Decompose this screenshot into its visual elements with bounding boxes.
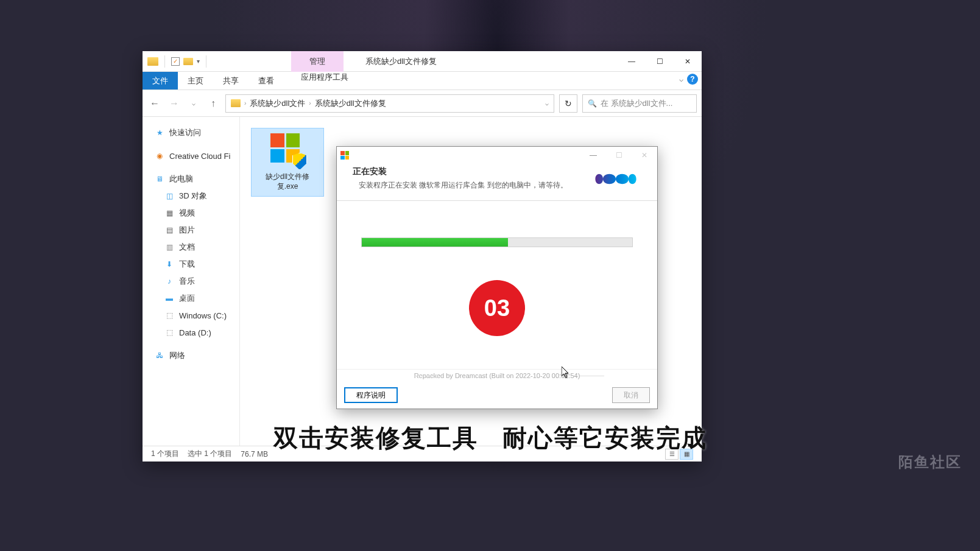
picture-icon: ▤	[164, 225, 174, 235]
network-icon: 🖧	[155, 351, 164, 360]
sidebar-item-network[interactable]: 🖧网络	[143, 347, 239, 364]
ribbon-tab-home[interactable]: 主页	[178, 72, 213, 89]
explorer-title-bar: ✓ ▾ 管理 系统缺少dll文件修复 — ☐ ✕	[143, 51, 702, 72]
sidebar-item-label: Data (D:)	[179, 328, 211, 337]
dialog-title-bar: — ☐ ✕	[337, 147, 657, 164]
close-button[interactable]: ✕	[674, 51, 702, 72]
sidebar-item-downloads[interactable]: ⬇下载	[143, 256, 239, 273]
drive-icon: ⬚	[164, 328, 174, 337]
installer-title: 正在安装	[353, 166, 578, 177]
status-selected-size: 76.7 MB	[241, 450, 268, 458]
ribbon-tab-share[interactable]: 共享	[213, 72, 249, 89]
file-item-selected[interactable]: 缺少dll文件修复.exe	[251, 128, 324, 197]
sidebar-item-creative-cloud[interactable]: ◉Creative Cloud Fi	[143, 147, 239, 164]
sidebar-item-drive-c[interactable]: ⬚Windows (C:)	[143, 307, 239, 324]
star-icon: ★	[155, 128, 164, 138]
file-name-label: 缺少dll文件修复.exe	[256, 172, 319, 191]
windows-logo-icon	[340, 151, 349, 160]
search-icon: 🔍	[588, 99, 597, 108]
step-number-badge: 03	[469, 280, 525, 336]
ribbon-tab-app-tools[interactable]: 应用程序工具	[291, 72, 358, 83]
uac-shield-icon	[292, 153, 307, 170]
sidebar-item-label: 网络	[169, 350, 185, 361]
dialog-header: 正在安装 安装程序正在安装 微软常用运行库合集 到您的电脑中，请等待。	[337, 164, 657, 201]
sidebar-item-label: 此电脑	[169, 174, 193, 184]
sidebar-item-pictures[interactable]: ▤图片	[143, 222, 239, 239]
breadcrumb-dropdown-icon[interactable]: ⌵	[545, 100, 549, 107]
sidebar-item-this-pc[interactable]: 🖥此电脑	[143, 170, 239, 188]
maximize-button: ☐	[606, 147, 632, 164]
search-placeholder: 在 系统缺少dll文件...	[601, 98, 672, 109]
sidebar-item-label: 视频	[179, 208, 195, 219]
chevron-right-icon[interactable]: ›	[244, 100, 246, 107]
sidebar-item-label: 桌面	[179, 293, 195, 304]
folder-icon	[147, 57, 158, 66]
separator	[206, 55, 206, 68]
sidebar-item-label: 3D 对象	[179, 191, 207, 202]
sidebar-item-videos[interactable]: ▦视频	[143, 205, 239, 222]
sidebar-item-3d-objects[interactable]: ◫3D 对象	[143, 188, 239, 205]
status-selected-count: 选中 1 个项目	[188, 449, 232, 459]
nav-up-button[interactable]: ↑	[206, 96, 220, 111]
subtitle-part-2: 耐心等它安装完成	[502, 424, 707, 451]
separator	[164, 55, 165, 68]
drive-icon: ⬚	[164, 311, 174, 320]
ribbon-tab-file[interactable]: 文件	[143, 72, 178, 89]
desktop-icon: ▬	[164, 293, 174, 303]
sidebar-item-label: 快速访问	[169, 127, 201, 138]
dialog-body: 03	[337, 201, 657, 369]
sidebar-item-label: Creative Cloud Fi	[169, 152, 230, 161]
video-subtitle: 双击安装修复工具耐心等它安装完成	[273, 421, 707, 455]
ribbon-tab-view[interactable]: 查看	[249, 72, 284, 89]
qat-properties-checkbox[interactable]: ✓	[171, 57, 180, 66]
program-info-button[interactable]: 程序说明	[344, 387, 398, 403]
exe-icon	[270, 133, 305, 167]
subtitle-part-1: 双击安装修复工具	[273, 424, 478, 451]
sidebar-item-music[interactable]: ♪音乐	[143, 273, 239, 290]
window-controls: — ☐ ✕	[618, 51, 702, 72]
installer-dialog: — ☐ ✕ 正在安装 安装程序正在安装 微软常用运行库合集 到您的电脑中，请等待…	[336, 146, 658, 409]
qat-customize-dropdown[interactable]: ▾	[197, 58, 200, 65]
folder-icon	[231, 99, 241, 107]
minimize-button[interactable]: —	[618, 51, 646, 72]
breadcrumb[interactable]: › 系统缺少dll文件 › 系统缺少dll文件修复 ⌵	[225, 94, 554, 113]
nav-back-button[interactable]: ←	[147, 96, 162, 111]
sidebar-item-quick-access[interactable]: ★快速访问	[143, 124, 239, 141]
sidebar-item-drive-d[interactable]: ⬚Data (D:)	[143, 324, 239, 341]
maximize-button[interactable]: ☐	[646, 51, 674, 72]
close-button: ✕	[632, 147, 657, 164]
sidebar-item-desktop[interactable]: ▬桌面	[143, 290, 239, 307]
nav-recent-dropdown[interactable]: ⌵	[186, 96, 201, 111]
refresh-button[interactable]: ↻	[559, 94, 577, 113]
search-input[interactable]: 🔍 在 系统缺少dll文件...	[582, 94, 697, 113]
nav-forward-button[interactable]: →	[167, 96, 182, 111]
cancel-button[interactable]: 取消	[612, 387, 650, 403]
help-icon[interactable]: ?	[687, 74, 698, 85]
breadcrumb-segment[interactable]: 系统缺少dll文件	[250, 98, 305, 109]
installer-description: 安装程序正在安装 微软常用运行库合集 到您的电脑中，请等待。	[353, 180, 578, 191]
video-watermark: 陌鱼社区	[898, 452, 962, 472]
qat-new-folder-icon[interactable]	[183, 58, 193, 65]
quick-access-toolbar: ✓ ▾	[143, 55, 209, 68]
chevron-right-icon[interactable]: ›	[309, 100, 311, 107]
breadcrumb-segment[interactable]: 系统缺少dll文件修复	[315, 98, 386, 109]
ribbon-tabs: 文件 主页 共享 查看 应用程序工具 ⌵ ?	[143, 72, 702, 90]
sidebar-item-documents[interactable]: ▥文档	[143, 239, 239, 256]
navigation-pane: ★快速访问 ◉Creative Cloud Fi 🖥此电脑 ◫3D 对象 ▦视频…	[143, 117, 240, 446]
sidebar-item-label: 下载	[179, 259, 195, 270]
creative-cloud-icon: ◉	[155, 151, 164, 161]
installer-build-info: Repacked by Dreamcast (Built on 2022-10-…	[337, 369, 657, 382]
navigation-bar: ← → ⌵ ↑ › 系统缺少dll文件 › 系统缺少dll文件修复 ⌵ ↻ 🔍 …	[143, 90, 702, 117]
dialog-button-row: 程序说明 取消	[337, 382, 657, 409]
sidebar-item-label: 图片	[179, 225, 195, 236]
minimize-button[interactable]: —	[580, 147, 606, 164]
video-icon: ▦	[164, 208, 174, 218]
ribbon-expand-icon[interactable]: ⌵	[679, 75, 683, 83]
visual-studio-infinity-icon	[590, 166, 641, 192]
contextual-tab-manage: 管理	[291, 51, 344, 72]
sidebar-item-label: 音乐	[179, 276, 195, 287]
download-icon: ⬇	[164, 259, 174, 269]
status-item-count: 1 个项目	[151, 449, 179, 459]
window-title: 系统缺少dll文件修复	[365, 51, 437, 72]
sidebar-item-label: 文档	[179, 242, 195, 253]
